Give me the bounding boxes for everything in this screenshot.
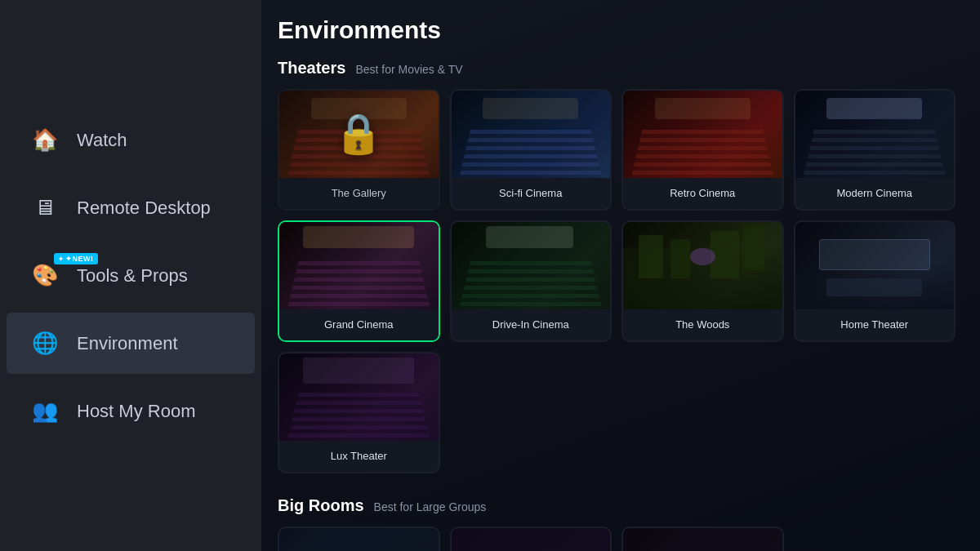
env-thumb-woods [623, 222, 782, 309]
env-card-grand[interactable]: Grand Cinema [278, 220, 440, 342]
env-card-scifi[interactable]: Sci-fi Cinema [450, 89, 612, 211]
sidebar-item-label: Remote Desktop [77, 198, 211, 219]
group-icon: 👥 [31, 398, 59, 424]
env-card-woods[interactable]: The Woods [621, 220, 784, 342]
env-card-bigroom2[interactable] [450, 527, 612, 551]
env-label-gallery: The Gallery [279, 178, 439, 209]
env-card-modern[interactable]: Modern Cinema [794, 89, 956, 211]
sidebar-item-host-my-room[interactable]: 👥 Host My Room [7, 380, 255, 442]
big-rooms-subtitle: Best for Large Groups [374, 500, 487, 513]
sidebar-item-label: Watch [77, 130, 127, 151]
env-thumb-drivein [452, 222, 611, 309]
big-rooms-grid [278, 527, 956, 551]
env-card-drivein[interactable]: Drive-In Cinema [450, 220, 612, 342]
globe-icon: 🌐 [31, 331, 59, 356]
new-badge: ✦ ✦NEW! [54, 253, 98, 264]
sidebar: 🏠 Watch 🖥 Remote Desktop 🎨 Tools & Props… [0, 0, 261, 551]
theaters-subtitle: Best for Movies & TV [355, 63, 462, 76]
env-thumb-bigroom1 [279, 528, 439, 551]
env-thumb-gallery: 🔒 [279, 91, 439, 178]
env-card-gallery[interactable]: 🔒 The Gallery [278, 89, 440, 211]
palette-icon: 🎨 [31, 263, 59, 288]
sidebar-item-label: Host My Room [77, 401, 195, 422]
env-card-lux[interactable]: Lux Theater [278, 352, 440, 473]
env-label-lux: Lux Theater [279, 441, 439, 472]
env-card-retro[interactable]: Retro Cinema [621, 89, 784, 211]
monitor-icon: 🖥 [31, 195, 59, 220]
env-label-drivein: Drive-In Cinema [452, 309, 611, 340]
sidebar-item-environment[interactable]: 🌐 Environment [7, 313, 255, 374]
env-card-bigroom3[interactable] [621, 527, 784, 551]
page-title: Environments [278, 16, 956, 44]
env-thumb-modern [795, 91, 955, 178]
sidebar-item-remote-desktop[interactable]: 🖥 Remote Desktop [7, 177, 255, 238]
big-rooms-title: Big Rooms [278, 496, 364, 515]
env-label-woods: The Woods [623, 309, 782, 340]
env-thumb-bigroom3 [623, 528, 782, 551]
env-thumb-lux [279, 353, 439, 441]
new-star-icon: ✦ [58, 256, 64, 263]
theaters-title: Theaters [278, 59, 345, 78]
sidebar-item-tools-props[interactable]: 🎨 Tools & Props ✦ ✦NEW! [7, 245, 255, 306]
sidebar-item-watch[interactable]: 🏠 Watch [7, 109, 255, 171]
env-card-hometheater[interactable]: Home Theater [794, 220, 956, 342]
lock-icon: 🔒 [334, 111, 383, 157]
env-label-scifi: Sci-fi Cinema [452, 178, 611, 209]
home-icon: 🏠 [31, 127, 59, 153]
sidebar-item-label: Environment [77, 333, 178, 354]
theaters-section-header: Theaters Best for Movies & TV [278, 59, 956, 78]
env-thumb-retro [623, 91, 782, 178]
env-thumb-bigroom2 [452, 528, 611, 551]
env-thumb-grand [279, 222, 439, 309]
env-card-bigroom1[interactable] [278, 527, 440, 551]
main-content: Environments Theaters Best for Movies & … [261, 0, 980, 551]
env-label-modern: Modern Cinema [795, 178, 955, 209]
theaters-grid: 🔒 The Gallery Sci-fi Cinema Retro Cinema [278, 89, 956, 473]
sidebar-item-label: Tools & Props [77, 265, 188, 287]
env-thumb-scifi [452, 91, 611, 178]
new-label: ✦NEW! [65, 255, 94, 263]
env-label-grand: Grand Cinema [279, 309, 439, 340]
big-rooms-section-header: Big Rooms Best for Large Groups [278, 496, 956, 515]
env-label-retro: Retro Cinema [623, 178, 782, 209]
env-thumb-hometheater [795, 222, 955, 309]
env-label-hometheater: Home Theater [795, 309, 955, 340]
